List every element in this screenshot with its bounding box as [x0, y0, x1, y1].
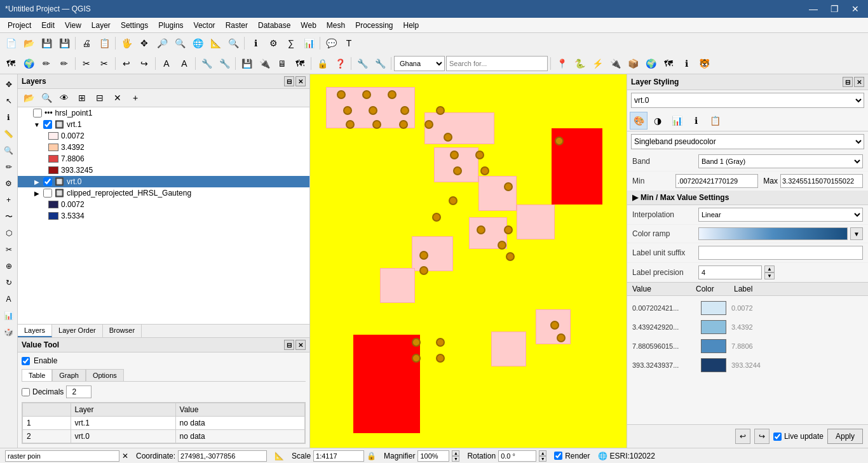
- status-search-input[interactable]: [5, 450, 119, 462]
- zoom-out-btn[interactable]: 🔍: [172, 36, 188, 51]
- tab-layers[interactable]: Layers: [18, 325, 52, 337]
- precision-up-btn[interactable]: ▲: [764, 265, 775, 272]
- apply-button[interactable]: Apply: [827, 429, 863, 444]
- properties-icon-btn[interactable]: ℹ: [687, 112, 705, 130]
- toolbar2-btn4[interactable]: ✏: [56, 56, 72, 71]
- precision-input[interactable]: [698, 265, 762, 279]
- menu-vector[interactable]: Vector: [189, 20, 220, 31]
- measure-tool[interactable]: 📏: [1, 126, 17, 142]
- tile-btn[interactable]: 📦: [625, 56, 641, 71]
- value-tab-options[interactable]: Options: [86, 369, 124, 381]
- menu-processing[interactable]: Processing: [350, 20, 398, 31]
- layer-item-vrt0[interactable]: ▶ 🔲 vrt.0: [18, 176, 309, 187]
- map-canvas[interactable]: [310, 74, 627, 448]
- magnifier-down[interactable]: ▼: [452, 456, 459, 462]
- add-polygon-tool[interactable]: ⬡: [1, 225, 17, 241]
- db-btn[interactable]: 💾: [238, 56, 255, 71]
- rotation-down[interactable]: ▼: [539, 456, 546, 462]
- undo-btn[interactable]: ↩: [118, 56, 135, 71]
- max-input[interactable]: [780, 174, 863, 188]
- render-checkbox[interactable]: [554, 452, 562, 460]
- pan-map-tool[interactable]: ✥: [1, 77, 17, 92]
- node-tool[interactable]: ⚙: [1, 176, 17, 191]
- zoom-tool[interactable]: 🔍: [1, 143, 17, 158]
- tiger-btn[interactable]: 🐯: [696, 56, 712, 71]
- print-btn[interactable]: 🖨: [78, 36, 95, 51]
- zoom-in-btn[interactable]: 🔎: [154, 36, 170, 51]
- lock-btn[interactable]: 🔒: [314, 56, 330, 71]
- live-update-checkbox[interactable]: [773, 433, 782, 441]
- split-tool[interactable]: ✂: [1, 242, 17, 257]
- zoom-layer-btn[interactable]: 📐: [207, 36, 224, 51]
- paint-icon-btn[interactable]: 🎨: [630, 112, 648, 130]
- help2-btn[interactable]: ❓: [332, 56, 348, 71]
- coordinate-input[interactable]: [178, 450, 267, 462]
- add-point-tool[interactable]: +: [1, 192, 17, 208]
- select-btn[interactable]: ⚙: [265, 36, 281, 51]
- menu-edit[interactable]: Edit: [36, 20, 60, 31]
- vrt0-expand[interactable]: ▶: [33, 178, 41, 185]
- label-btn2[interactable]: A: [176, 56, 193, 71]
- layers-float-btn[interactable]: ⊟: [284, 76, 294, 86]
- maximize-btn[interactable]: ❐: [827, 3, 843, 15]
- menu-help[interactable]: Help: [398, 20, 424, 31]
- enable-checkbox[interactable]: [22, 357, 30, 365]
- clipped-expand[interactable]: ▶: [33, 189, 41, 197]
- vrt0-checkbox[interactable]: [43, 177, 52, 186]
- toolbar2-btn6[interactable]: ✂: [96, 56, 112, 71]
- styling-close-btn[interactable]: ✕: [854, 77, 864, 87]
- color-swatch-4[interactable]: [701, 358, 726, 372]
- open-project-btn[interactable]: 📂: [20, 36, 37, 51]
- color-swatch-3[interactable]: [701, 339, 726, 353]
- menu-raster[interactable]: Raster: [220, 20, 253, 31]
- value-tab-table[interactable]: Table: [22, 369, 52, 381]
- pan-tool-btn[interactable]: 🖐: [118, 36, 135, 51]
- save-as-btn[interactable]: 💾: [56, 36, 72, 51]
- toolbar2-btn2[interactable]: 🌍: [20, 56, 37, 71]
- renderer-select[interactable]: Singleband pseudocolor: [631, 134, 864, 149]
- menu-layer[interactable]: Layer: [86, 20, 116, 31]
- merge-tool[interactable]: ⊕: [1, 258, 17, 274]
- add-group-btn[interactable]: +: [127, 90, 144, 105]
- remove-layer-btn[interactable]: ✕: [109, 90, 126, 105]
- vrt1-expand[interactable]: ▼: [33, 121, 41, 128]
- magnifier-input[interactable]: [417, 450, 449, 462]
- menu-view[interactable]: View: [60, 20, 86, 31]
- edit-tool[interactable]: ✏: [1, 159, 17, 175]
- toolbar2-btn3[interactable]: ✏: [38, 56, 55, 71]
- layer-item-vrt1[interactable]: ▼ 🔲 vrt.1: [18, 119, 309, 130]
- layer-item-hrsl[interactable]: ••• hrsl_point1: [18, 107, 309, 119]
- osm-btn[interactable]: 🗺: [660, 56, 677, 71]
- status-search-clear[interactable]: ✕: [122, 452, 128, 460]
- search-input[interactable]: [446, 56, 548, 71]
- minimize-btn[interactable]: —: [805, 3, 822, 15]
- copy-map-btn[interactable]: 📋: [96, 36, 112, 51]
- digitize-btn[interactable]: 🔧: [198, 56, 215, 71]
- plugin2-btn[interactable]: 🔌: [607, 56, 623, 71]
- zoom-full-btn[interactable]: 🌐: [189, 36, 206, 51]
- statistics-btn[interactable]: ∑: [283, 36, 299, 51]
- collapse-all-btn[interactable]: ⊟: [92, 90, 108, 105]
- toggle-visibility-btn[interactable]: 👁: [56, 90, 72, 105]
- vrt1-checkbox[interactable]: [43, 120, 52, 129]
- add-line-tool[interactable]: 〜: [1, 209, 17, 224]
- zoom-selection-btn[interactable]: 🔍: [225, 36, 241, 51]
- style-undo-btn[interactable]: ↩: [735, 429, 750, 444]
- advanced-btn[interactable]: 🔧: [216, 56, 233, 71]
- location-dropdown[interactable]: Ghana: [394, 56, 445, 71]
- histogram-icon-btn[interactable]: 📊: [668, 112, 686, 130]
- menu-database[interactable]: Database: [253, 20, 295, 31]
- styling-float-btn[interactable]: ⊟: [843, 77, 853, 87]
- hrsl-checkbox[interactable]: [33, 109, 42, 117]
- label-unit-input[interactable]: [698, 246, 863, 260]
- layer-item-clipped[interactable]: ▶ 🔲 clipped_reprojected_HRSL_Gauteng: [18, 187, 309, 199]
- menu-project[interactable]: Project: [3, 20, 36, 31]
- clipped-checkbox[interactable]: [43, 189, 52, 198]
- min-input[interactable]: [675, 174, 758, 188]
- python-btn[interactable]: 🐍: [571, 56, 588, 71]
- transparency-icon-btn[interactable]: ◑: [649, 112, 667, 130]
- identify-btn[interactable]: ℹ: [247, 36, 264, 51]
- metadata-icon-btn[interactable]: 📋: [706, 112, 724, 130]
- browser-btn[interactable]: 🌍: [642, 56, 659, 71]
- color-swatch-2[interactable]: [701, 320, 726, 334]
